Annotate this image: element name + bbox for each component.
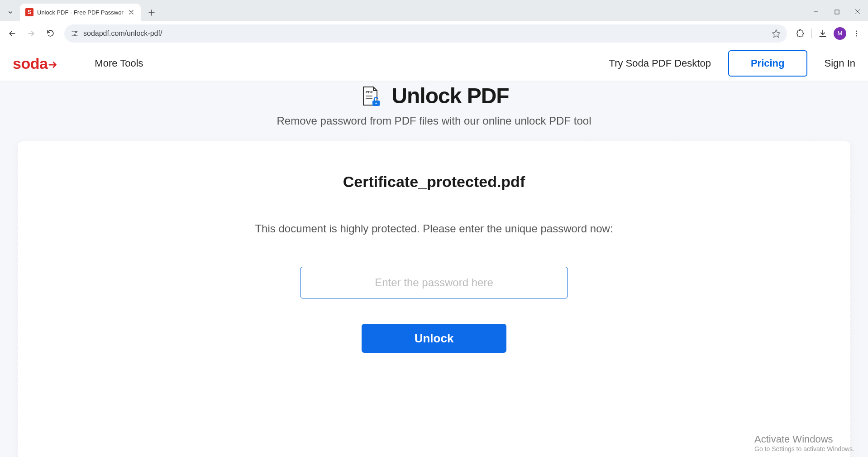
unlock-card: Certificate_protected.pdf This document … — [17, 141, 851, 457]
hero: PDF Unlock PDF Remove password from PDF … — [0, 81, 868, 127]
arrow-left-icon — [8, 29, 17, 38]
more-tools-menu[interactable]: More Tools — [95, 58, 143, 69]
window-close-button[interactable] — [847, 3, 868, 21]
try-desktop-link[interactable]: Try Soda PDF Desktop — [609, 58, 711, 69]
svg-point-2 — [74, 34, 76, 36]
separator — [811, 29, 812, 38]
sign-in-link[interactable]: Sign In — [825, 58, 856, 69]
url-text: sodapdf.com/unlock-pdf/ — [83, 29, 767, 38]
menu-button[interactable] — [853, 29, 861, 38]
svg-point-4 — [856, 33, 857, 34]
arrow-right-icon — [27, 29, 36, 38]
forward-button[interactable] — [24, 26, 39, 41]
header-right: Try Soda PDF Desktop Pricing Sign In — [609, 50, 855, 77]
chevron-down-icon — [7, 9, 14, 16]
reload-icon — [46, 29, 55, 38]
tab-favicon: S — [25, 8, 33, 16]
browser-toolbar: sodapdf.com/unlock-pdf/ M — [0, 21, 868, 46]
window-maximize-button[interactable] — [826, 3, 847, 21]
close-icon — [129, 10, 134, 14]
kebab-icon — [853, 29, 861, 38]
pdf-unlock-icon: PDF — [359, 84, 382, 108]
svg-point-5 — [856, 35, 857, 36]
site-info-icon[interactable] — [71, 29, 79, 38]
logo-arrow-icon — [48, 61, 58, 69]
plus-icon — [148, 10, 155, 16]
downloads-button[interactable] — [818, 29, 827, 38]
star-icon — [772, 29, 781, 38]
svg-rect-0 — [835, 10, 839, 14]
tab-close-button[interactable] — [127, 8, 135, 16]
svg-point-1 — [76, 31, 77, 32]
page-title: Unlock PDF — [391, 83, 509, 108]
maximize-icon — [835, 10, 839, 14]
puzzle-icon — [796, 29, 805, 38]
address-bar[interactable]: sodapdf.com/unlock-pdf/ — [64, 24, 787, 43]
filename-label: Certificate_protected.pdf — [36, 173, 832, 191]
tab-title: Unlock PDF - Free PDF Passwor — [37, 9, 124, 16]
browser-tab[interactable]: S Unlock PDF - Free PDF Passwor — [20, 4, 141, 21]
svg-point-10 — [376, 102, 377, 104]
extensions-button[interactable] — [796, 29, 805, 38]
password-prompt: This document is highly protected. Pleas… — [36, 222, 832, 235]
toolbar-icons: M — [793, 27, 863, 40]
bookmark-button[interactable] — [772, 29, 781, 38]
back-button[interactable] — [5, 26, 20, 41]
password-input[interactable] — [300, 267, 568, 298]
new-tab-button[interactable] — [144, 5, 159, 20]
profile-avatar[interactable]: M — [834, 27, 846, 40]
svg-point-3 — [856, 30, 857, 31]
site-logo[interactable]: soda — [13, 55, 58, 72]
browser-chrome: S Unlock PDF - Free PDF Passwor — [0, 0, 868, 46]
download-icon — [818, 29, 827, 38]
logo-text: soda — [13, 55, 48, 72]
hero-title-row: PDF Unlock PDF — [0, 83, 868, 108]
page-viewport[interactable]: soda More Tools Try Soda PDF Desktop Pri… — [0, 46, 868, 457]
close-icon — [855, 9, 860, 14]
tune-icon — [71, 29, 79, 38]
tab-search-dropdown[interactable] — [4, 5, 17, 19]
tab-bar: S Unlock PDF - Free PDF Passwor — [0, 0, 868, 21]
window-controls — [806, 3, 868, 21]
site-header: soda More Tools Try Soda PDF Desktop Pri… — [0, 46, 868, 81]
unlock-button[interactable]: Unlock — [362, 324, 506, 353]
reload-button[interactable] — [43, 26, 58, 41]
minimize-icon — [813, 9, 819, 14]
page-subtitle: Remove password from PDF files with our … — [0, 115, 868, 127]
window-minimize-button[interactable] — [806, 3, 826, 21]
pricing-button[interactable]: Pricing — [728, 50, 807, 77]
svg-text:PDF: PDF — [366, 90, 373, 94]
